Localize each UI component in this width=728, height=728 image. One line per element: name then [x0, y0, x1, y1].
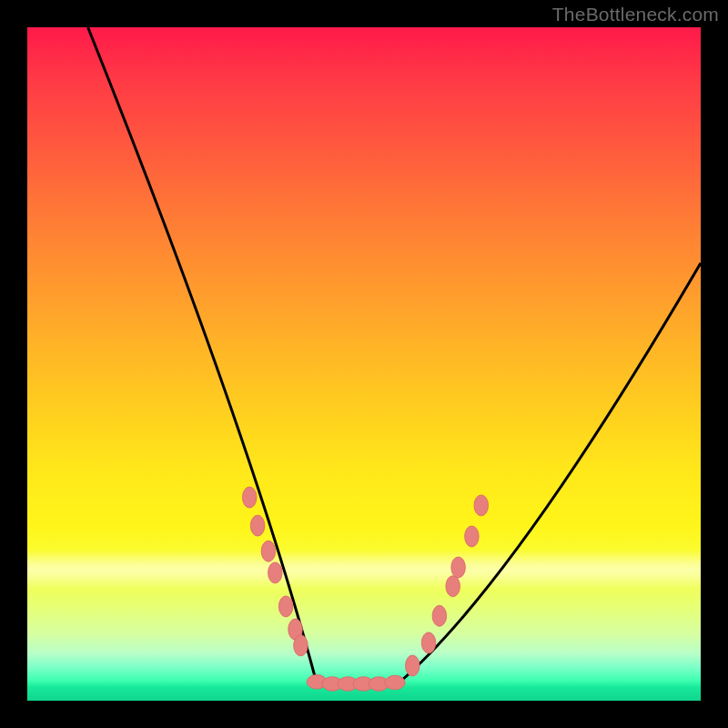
chart-frame: TheBottleneck.com [0, 0, 728, 728]
curve-marker [474, 495, 489, 516]
watermark-text: TheBottleneck.com [552, 4, 719, 25]
marker-group [242, 487, 488, 691]
bottleneck-curve-svg [27, 27, 701, 701]
curve-marker [268, 562, 283, 583]
curve-marker [261, 541, 276, 561]
bottleneck-curve [88, 27, 701, 684]
curve-marker [385, 675, 405, 690]
curve-marker [451, 557, 466, 578]
curve-marker [421, 632, 436, 653]
curve-marker [294, 635, 308, 656]
curve-marker [465, 526, 480, 547]
curve-marker [278, 596, 293, 617]
curve-marker [432, 605, 447, 626]
curve-marker [242, 487, 257, 508]
curve-marker [406, 655, 420, 676]
curve-marker [250, 515, 265, 536]
plot-area [27, 27, 701, 701]
curve-group [88, 27, 701, 684]
curve-marker [446, 576, 460, 597]
